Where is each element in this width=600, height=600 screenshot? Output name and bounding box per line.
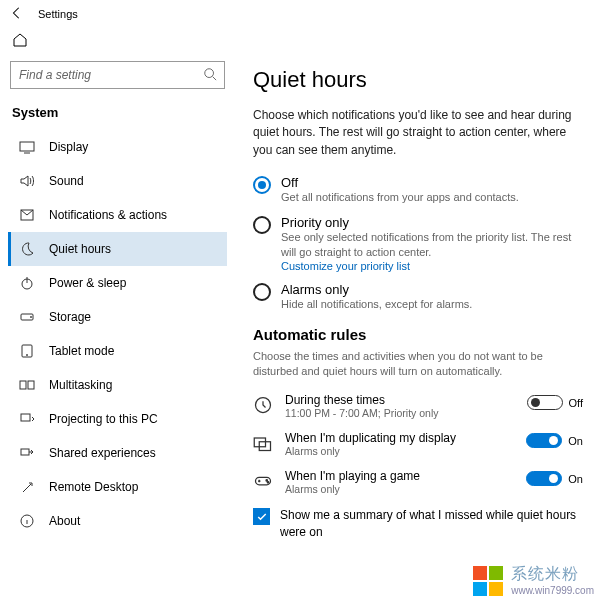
sidebar-item-quiet-hours[interactable]: Quiet hours	[8, 232, 227, 266]
multitasking-icon	[19, 377, 35, 393]
game-controller-icon	[253, 471, 273, 491]
sidebar-item-multitasking[interactable]: Multitasking	[8, 368, 227, 402]
option-label: Off	[281, 175, 519, 190]
sidebar-item-label: Shared experiences	[49, 446, 156, 460]
customize-priority-link[interactable]: Customize your priority list	[281, 260, 573, 272]
watermark-text: 系统米粉	[511, 564, 594, 585]
option-label: Alarms only	[281, 282, 472, 297]
sidebar-item-shared[interactable]: Shared experiences	[8, 436, 227, 470]
option-alarms[interactable]: Alarms only Hide all notifications, exce…	[253, 282, 573, 312]
svg-rect-10	[21, 414, 30, 421]
sidebar-item-storage[interactable]: Storage	[8, 300, 227, 334]
sidebar-item-projecting[interactable]: Projecting to this PC	[8, 402, 227, 436]
sidebar-item-sound[interactable]: Sound	[8, 164, 227, 198]
rule-sub: Alarms only	[285, 445, 514, 457]
sidebar-item-label: Storage	[49, 310, 91, 324]
sidebar-item-label: About	[49, 514, 80, 528]
sidebar-item-label: Multitasking	[49, 378, 112, 392]
moon-icon	[19, 241, 35, 257]
sidebar-item-label: Sound	[49, 174, 84, 188]
svg-rect-1	[20, 142, 34, 151]
radio-icon	[253, 176, 271, 194]
option-label: Priority only	[281, 215, 573, 230]
main-content: Quiet hours Choose which notifications y…	[235, 59, 600, 600]
sidebar: System Display Sound Notifications & act…	[0, 59, 235, 600]
sound-icon	[19, 173, 35, 189]
automatic-rules-heading: Automatic rules	[253, 326, 590, 343]
tablet-icon	[19, 343, 35, 359]
sidebar-item-tablet[interactable]: Tablet mode	[8, 334, 227, 368]
summary-checkbox[interactable]	[253, 508, 270, 525]
watermark: 系统米粉 www.win7999.com	[473, 564, 594, 596]
display-icon	[19, 139, 35, 155]
summary-label: Show me a summary of what I missed while…	[280, 507, 583, 539]
toggle-switch[interactable]	[526, 433, 562, 448]
sidebar-item-label: Display	[49, 140, 88, 154]
sidebar-item-power[interactable]: Power & sleep	[8, 266, 227, 300]
svg-rect-9	[28, 381, 34, 389]
info-icon	[19, 513, 35, 529]
sidebar-item-label: Quiet hours	[49, 242, 111, 256]
svg-point-18	[267, 482, 269, 484]
watermark-url: www.win7999.com	[511, 585, 594, 596]
window-title: Settings	[38, 8, 78, 20]
rule-during-times[interactable]: During these times 11:00 PM - 7:00 AM; P…	[253, 393, 583, 419]
sidebar-item-label: Power & sleep	[49, 276, 126, 290]
option-sub: Get all notifications from your apps and…	[281, 190, 519, 205]
page-lead: Choose which notifications you'd like to…	[253, 107, 573, 159]
rule-title: When I'm playing a game	[285, 469, 514, 483]
notifications-icon	[19, 207, 35, 223]
search-icon	[203, 67, 217, 84]
shared-icon	[19, 445, 35, 461]
svg-rect-8	[20, 381, 26, 389]
projecting-icon	[19, 411, 35, 427]
rule-sub: Alarms only	[285, 483, 514, 495]
sidebar-item-label: Notifications & actions	[49, 208, 167, 222]
option-priority[interactable]: Priority only See only selected notifica…	[253, 215, 573, 272]
sidebar-item-label: Projecting to this PC	[49, 412, 158, 426]
toggle-state: On	[568, 435, 583, 447]
svg-rect-11	[21, 449, 29, 455]
sidebar-item-remote[interactable]: Remote Desktop	[8, 470, 227, 504]
toggle-switch[interactable]	[527, 395, 563, 410]
rule-title: During these times	[285, 393, 515, 407]
sidebar-item-notifications[interactable]: Notifications & actions	[8, 198, 227, 232]
toggle-switch[interactable]	[526, 471, 562, 486]
sidebar-item-label: Remote Desktop	[49, 480, 138, 494]
svg-point-5	[31, 317, 32, 318]
rule-playing-game[interactable]: When I'm playing a game Alarms only On	[253, 469, 583, 495]
power-icon	[19, 275, 35, 291]
microsoft-logo-icon	[473, 566, 503, 596]
toggle-state: Off	[569, 397, 583, 409]
storage-icon	[19, 309, 35, 325]
home-button[interactable]	[12, 37, 28, 51]
svg-point-7	[27, 355, 28, 356]
option-sub: Hide all notifications, except for alarm…	[281, 297, 472, 312]
nav-list: Display Sound Notifications & actions Qu…	[8, 130, 227, 538]
remote-icon	[19, 479, 35, 495]
svg-point-0	[205, 69, 214, 78]
rule-sub: 11:00 PM - 7:00 AM; Priority only	[285, 407, 515, 419]
sidebar-item-display[interactable]: Display	[8, 130, 227, 164]
automatic-rules-lead: Choose the times and activities when you…	[253, 349, 563, 380]
option-sub: See only selected notifications from the…	[281, 230, 573, 260]
clock-icon	[253, 395, 273, 415]
sidebar-item-label: Tablet mode	[49, 344, 114, 358]
search-input[interactable]	[10, 61, 225, 89]
duplicate-display-icon	[253, 433, 273, 453]
radio-icon	[253, 283, 271, 301]
toggle-state: On	[568, 473, 583, 485]
radio-icon	[253, 216, 271, 234]
back-button[interactable]	[10, 6, 24, 22]
svg-point-17	[266, 480, 268, 482]
category-heading: System	[8, 99, 227, 130]
option-off[interactable]: Off Get all notifications from your apps…	[253, 175, 573, 205]
rule-duplicating-display[interactable]: When I'm duplicating my display Alarms o…	[253, 431, 583, 457]
page-title: Quiet hours	[253, 67, 590, 93]
sidebar-item-about[interactable]: About	[8, 504, 227, 538]
rule-title: When I'm duplicating my display	[285, 431, 514, 445]
